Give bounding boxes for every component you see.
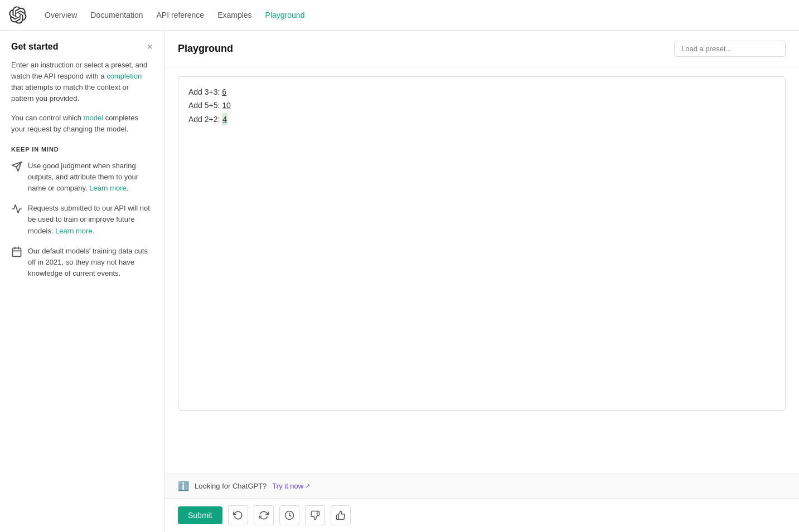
model-text-pre: You can control which	[11, 114, 84, 122]
intro-text-mid: that attempts to match the context or pa…	[11, 83, 129, 103]
activity-icon	[11, 203, 22, 214]
refresh-icon	[259, 510, 269, 520]
send-icon	[11, 161, 22, 172]
thumbs-up-icon	[336, 510, 346, 520]
refresh-button[interactable]	[254, 505, 274, 525]
sidebar: Get started × Enter an instruction or se…	[0, 31, 164, 532]
top-navigation: Overview Documentation API reference Exa…	[0, 0, 799, 31]
editor-box[interactable]: Add 3+3: 6 Add 5+5: 10 Add 2+2: 4	[178, 76, 786, 411]
history-button[interactable]	[279, 505, 299, 525]
keep-in-mind-label: KEEP IN MIND	[11, 146, 153, 153]
chatgpt-label: Looking for ChatGPT?	[195, 482, 267, 490]
mind-item-share: Use good judgment when sharing outputs, …	[11, 160, 153, 194]
dislike-button[interactable]	[305, 505, 325, 525]
try-now-link[interactable]: Try it now ↗	[272, 482, 310, 490]
line2-prefix: Add 5+5:	[188, 101, 222, 110]
submit-button[interactable]: Submit	[178, 506, 222, 524]
sidebar-intro: Enter an instruction or select a preset,…	[11, 60, 153, 105]
mind-item-train: Requests submitted to our API will not b…	[11, 203, 153, 236]
nav-examples[interactable]: Examples	[217, 11, 251, 19]
line2-completion: 10	[222, 101, 231, 110]
undo-button[interactable]	[228, 505, 248, 525]
page-title: Playground	[178, 43, 233, 55]
mind-item-data: Our default models' training data cuts o…	[11, 246, 153, 279]
close-sidebar-button[interactable]: ×	[147, 42, 153, 52]
openai-logo	[9, 6, 27, 24]
nav-documentation[interactable]: Documentation	[90, 11, 143, 19]
nav-overview[interactable]: Overview	[45, 11, 77, 19]
undo-icon	[233, 510, 243, 520]
mind-text-data: Our default models' training data cuts o…	[28, 246, 153, 279]
main-layout: Get started × Enter an instruction or se…	[0, 31, 799, 532]
line3-completion: 4	[222, 113, 227, 125]
nav-playground[interactable]: Playground	[265, 11, 305, 19]
editor-line-2: Add 5+5: 10	[188, 99, 775, 111]
nav-api-reference[interactable]: API reference	[157, 11, 205, 19]
model-link[interactable]: model	[84, 114, 103, 122]
svg-rect-2	[13, 248, 21, 256]
editor-wrapper: Add 3+3: 6 Add 5+5: 10 Add 2+2: 4	[164, 67, 799, 474]
mind-train-link[interactable]: Learn more.	[55, 227, 94, 235]
mind-share-link[interactable]: Learn more.	[89, 184, 128, 192]
history-icon	[284, 510, 294, 520]
editor-line-3: Add 2+2: 4	[188, 113, 775, 125]
editor-line-1: Add 3+3: 6	[188, 86, 775, 98]
thumbs-down-icon	[310, 510, 320, 520]
line3-prefix: Add 2+2:	[188, 115, 222, 124]
content-area: Playground Add 3+3: 6 Add 5+5: 10 Add 2+…	[164, 31, 799, 532]
like-button[interactable]	[331, 505, 351, 525]
load-preset-input[interactable]	[674, 41, 786, 57]
external-link-icon: ↗	[305, 482, 310, 490]
calendar-icon	[11, 246, 22, 257]
mind-text-share: Use good judgment when sharing outputs, …	[28, 160, 153, 194]
line1-completion: 6	[222, 87, 226, 96]
sidebar-title: Get started	[11, 42, 58, 52]
try-now-label: Try it now	[272, 482, 303, 490]
sidebar-model-text: You can control which model completes yo…	[11, 113, 153, 135]
info-icon: ℹ️	[178, 481, 189, 491]
completion-link[interactable]: completion	[106, 72, 142, 80]
bottom-toolbar: Submit	[164, 498, 799, 532]
sidebar-header: Get started ×	[11, 42, 153, 52]
mind-text-train: Requests submitted to our API will not b…	[28, 203, 153, 236]
chatgpt-bar: ℹ️ Looking for ChatGPT? Try it now ↗	[164, 474, 799, 498]
line1-prefix: Add 3+3:	[188, 87, 222, 96]
content-header: Playground	[164, 31, 799, 67]
